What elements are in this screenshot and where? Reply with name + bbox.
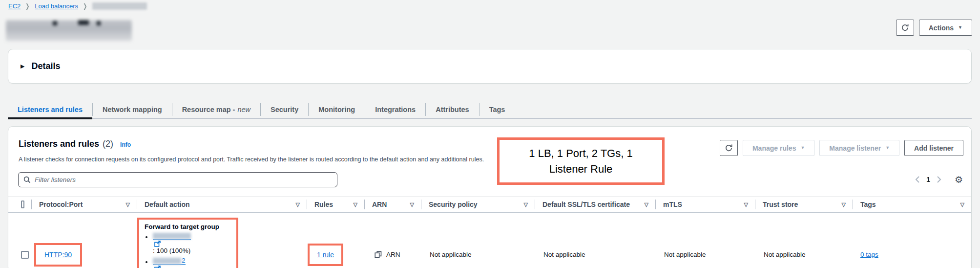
annotation-note: 1 LB, 1 Port, 2 TGs, 1 Listener Rule bbox=[497, 137, 665, 185]
sort-icon[interactable]: ▽ bbox=[838, 201, 846, 208]
breadcrumb-separator-icon: ❯ bbox=[26, 2, 30, 10]
redacted-target-group-name bbox=[153, 233, 191, 239]
tab-label: Tags bbox=[489, 106, 505, 113]
actions-button[interactable]: Actions ▼ bbox=[919, 20, 972, 36]
row-select-cell bbox=[8, 213, 31, 268]
row-checkbox[interactable] bbox=[21, 251, 29, 259]
column-header-security-policy[interactable]: Security policy ▽ bbox=[421, 197, 535, 212]
pagination-divider bbox=[948, 174, 948, 186]
column-header-default-action[interactable]: Default action ▽ bbox=[137, 197, 307, 212]
sort-icon[interactable]: ▽ bbox=[406, 201, 414, 208]
next-page-button[interactable] bbox=[937, 176, 941, 183]
sort-icon[interactable]: ▽ bbox=[957, 201, 964, 208]
tab-monitoring[interactable]: Monitoring bbox=[309, 101, 365, 118]
breadcrumb-link-load-balancers[interactable]: Load balancers bbox=[35, 2, 78, 10]
column-header-trust-store[interactable]: Trust store ▽ bbox=[755, 197, 853, 212]
manage-listener-label: Manage listener bbox=[829, 144, 881, 152]
manage-rules-label: Manage rules bbox=[752, 144, 796, 152]
sort-icon[interactable]: ▽ bbox=[350, 201, 357, 208]
target-group-name-fragment: 2 bbox=[182, 257, 186, 264]
tab-label: Network mapping bbox=[103, 106, 162, 113]
default-action-cell: Forward to target group : 100 (100%) 2: … bbox=[137, 213, 307, 268]
column-header-ssl-certificate[interactable]: Default SSL/TLS certificate ▽ bbox=[535, 197, 655, 212]
listeners-table: Protocol:Port ▽ Default action ▽ Rules ▽… bbox=[8, 196, 971, 268]
column-header-mtls[interactable]: mTLS ▽ bbox=[655, 197, 755, 212]
column-label: Tags bbox=[860, 201, 876, 208]
tab-integrations[interactable]: Integrations bbox=[365, 101, 425, 118]
tab-resource-map[interactable]: Resource map -new bbox=[172, 101, 260, 118]
listener-link[interactable]: HTTP:90 bbox=[44, 251, 72, 259]
sort-icon[interactable]: ▽ bbox=[520, 201, 528, 208]
breadcrumb-redacted-item bbox=[92, 2, 147, 10]
column-header-protocol-port[interactable]: Protocol:Port ▽ bbox=[31, 197, 137, 212]
forward-heading: Forward to target group bbox=[145, 223, 229, 230]
listener-count: (2) bbox=[103, 139, 113, 149]
refresh-listeners-button[interactable] bbox=[720, 140, 738, 156]
rules-cell: 1 rule bbox=[307, 213, 364, 268]
manage-rules-button[interactable]: Manage rules ▼ bbox=[743, 140, 814, 156]
tab-label: Security bbox=[271, 106, 298, 113]
filter-listeners-box[interactable] bbox=[18, 172, 337, 187]
redacted-target-group-name bbox=[153, 258, 181, 264]
rules-link[interactable]: 1 rule bbox=[317, 251, 334, 259]
mtls-cell: Not applicable bbox=[655, 213, 755, 268]
ssl-certificate-cell: Not applicable bbox=[535, 213, 655, 268]
filter-listeners-input[interactable] bbox=[35, 176, 332, 183]
search-icon bbox=[23, 176, 31, 183]
breadcrumb-link-ec2[interactable]: EC2 bbox=[8, 2, 21, 10]
target-group-link-redacted[interactable] bbox=[153, 233, 191, 240]
page-number[interactable]: 1 bbox=[926, 176, 930, 183]
gear-icon[interactable]: ⚙ bbox=[955, 175, 963, 184]
page-actions: Actions ▼ bbox=[896, 20, 972, 36]
breadcrumb: EC2 ❯ Load balancers ❯ bbox=[8, 2, 147, 10]
tab-label: Resource map - bbox=[182, 106, 235, 113]
tab-tags[interactable]: Tags bbox=[480, 101, 515, 118]
column-label: Security policy bbox=[429, 201, 478, 208]
expand-triangle-icon: ▶ bbox=[21, 63, 24, 69]
select-all-checkbox[interactable] bbox=[21, 201, 24, 208]
arn-label: ARN bbox=[386, 251, 400, 258]
column-header-tags[interactable]: Tags ▽ bbox=[853, 197, 971, 212]
target-group-item: 2: 0 (0%) bbox=[153, 257, 229, 268]
sort-icon[interactable]: ▽ bbox=[292, 201, 300, 208]
tags-cell: 0 tags bbox=[853, 213, 971, 268]
arn-cell: ARN bbox=[364, 213, 421, 268]
tab-listeners-and-rules[interactable]: Listeners and rules bbox=[8, 101, 92, 118]
tab-attributes[interactable]: Attributes bbox=[426, 101, 479, 118]
tab-security[interactable]: Security bbox=[261, 101, 308, 118]
panel-description: A listener checks for connection request… bbox=[19, 156, 484, 163]
target-group-item: : 100 (100%) bbox=[153, 233, 229, 254]
column-header-rules[interactable]: Rules ▽ bbox=[307, 197, 364, 212]
breadcrumb-separator-icon: ❯ bbox=[83, 2, 87, 10]
redacted-page-title bbox=[6, 20, 132, 41]
chevron-down-icon: ▼ bbox=[958, 25, 962, 30]
info-link[interactable]: Info bbox=[120, 141, 131, 148]
target-group-list: : 100 (100%) 2: 0 (0%) Group-level stick… bbox=[153, 233, 229, 268]
column-label: Default SSL/TLS certificate bbox=[542, 201, 630, 208]
refresh-button[interactable] bbox=[896, 20, 914, 36]
annotation-highlight-default-action: Forward to target group : 100 (100%) 2: … bbox=[137, 218, 238, 268]
table-header-row: Protocol:Port ▽ Default action ▽ Rules ▽… bbox=[8, 196, 971, 213]
target-group-link-redacted[interactable]: 2 bbox=[153, 257, 186, 265]
column-label: ARN bbox=[372, 201, 387, 208]
copy-icon[interactable] bbox=[375, 251, 382, 258]
tab-new-badge: new bbox=[237, 106, 250, 113]
manage-listener-button[interactable]: Manage listener ▼ bbox=[819, 140, 899, 156]
tab-label: Integrations bbox=[375, 106, 416, 113]
details-expander[interactable]: ▶ Details bbox=[8, 49, 972, 84]
previous-page-button[interactable] bbox=[915, 176, 920, 183]
column-label: Protocol:Port bbox=[39, 201, 83, 208]
external-link-icon[interactable] bbox=[154, 266, 161, 268]
sort-icon[interactable]: ▽ bbox=[641, 201, 648, 208]
sort-icon[interactable]: ▽ bbox=[122, 201, 130, 208]
tags-link[interactable]: 0 tags bbox=[860, 251, 878, 258]
add-listener-button[interactable]: Add listener bbox=[904, 140, 963, 156]
tab-network-mapping[interactable]: Network mapping bbox=[93, 101, 172, 118]
annotation-highlight-protocol: HTTP:90 bbox=[34, 243, 82, 267]
chevron-left-icon bbox=[915, 176, 920, 183]
external-link-icon[interactable] bbox=[154, 241, 161, 247]
panel-title: Listeners and rules (2) Info bbox=[19, 139, 131, 149]
sort-icon[interactable]: ▽ bbox=[740, 201, 748, 208]
column-header-arn[interactable]: ARN ▽ bbox=[364, 197, 421, 212]
protocol-port-cell: HTTP:90 bbox=[31, 213, 137, 268]
